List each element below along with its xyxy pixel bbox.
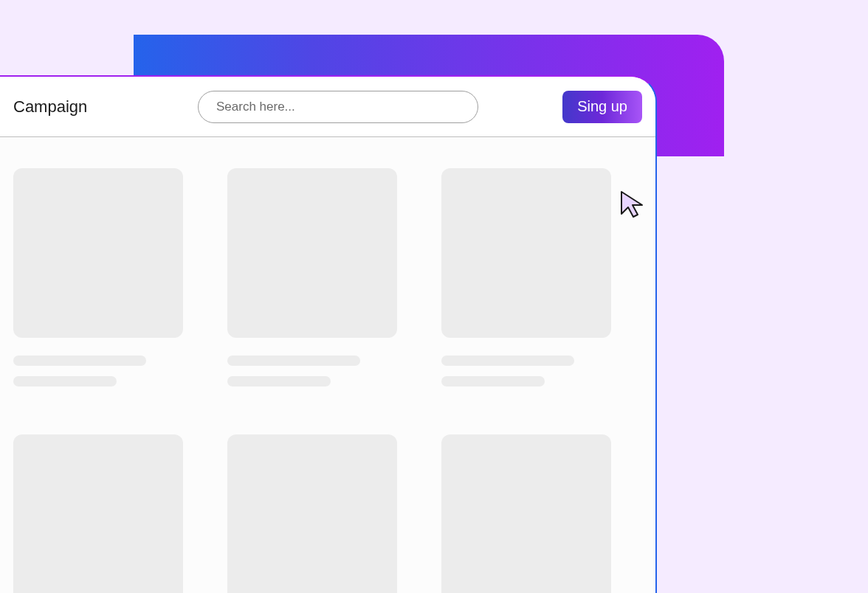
card-text-placeholder bbox=[13, 356, 146, 366]
card-item[interactable] bbox=[13, 434, 183, 593]
cursor-icon bbox=[619, 189, 650, 220]
grid-row bbox=[13, 434, 642, 593]
card-text-placeholder bbox=[227, 376, 331, 386]
card-item[interactable] bbox=[441, 434, 611, 593]
search-input[interactable] bbox=[198, 91, 478, 123]
header-bar: Campaign Sing up bbox=[0, 77, 655, 137]
page-title: Campaign bbox=[13, 97, 109, 117]
card-image-placeholder bbox=[13, 434, 183, 593]
card-item[interactable] bbox=[441, 168, 611, 386]
card-text-placeholder bbox=[13, 376, 117, 386]
card-text-placeholder bbox=[441, 356, 574, 366]
card-image-placeholder bbox=[227, 434, 397, 593]
signup-button[interactable]: Sing up bbox=[562, 91, 642, 123]
card-text-placeholder bbox=[227, 356, 360, 366]
card-image-placeholder bbox=[227, 168, 397, 338]
card-item[interactable] bbox=[227, 434, 397, 593]
card-grid bbox=[13, 168, 642, 593]
card-item[interactable] bbox=[227, 168, 397, 386]
card-image-placeholder bbox=[13, 168, 183, 338]
main-window: Campaign Sing up bbox=[0, 75, 657, 593]
content-area bbox=[0, 137, 655, 593]
grid-row bbox=[13, 168, 642, 386]
search-wrapper bbox=[198, 91, 478, 123]
card-item[interactable] bbox=[13, 168, 183, 386]
card-image-placeholder bbox=[441, 168, 611, 338]
card-text-placeholder bbox=[441, 376, 545, 386]
background-container: Campaign Sing up bbox=[0, 0, 868, 593]
card-image-placeholder bbox=[441, 434, 611, 593]
